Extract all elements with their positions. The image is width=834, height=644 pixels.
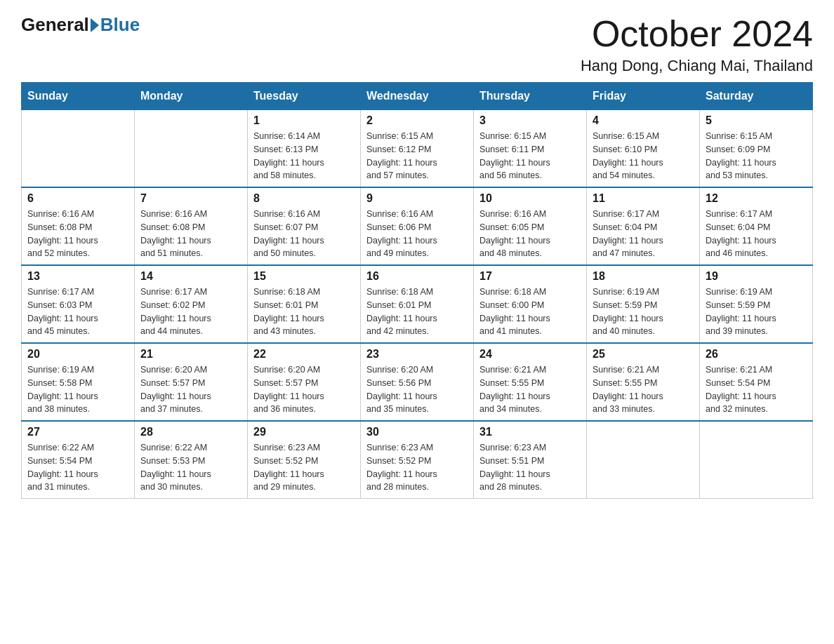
week-row-4: 20Sunrise: 6:19 AMSunset: 5:58 PMDayligh…: [22, 343, 813, 421]
day-cell: 15Sunrise: 6:18 AMSunset: 6:01 PMDayligh…: [248, 265, 361, 343]
header-wednesday: Wednesday: [361, 83, 474, 110]
day-cell: 19Sunrise: 6:19 AMSunset: 5:59 PMDayligh…: [700, 265, 813, 343]
day-info: Sunrise: 6:15 AMSunset: 6:09 PMDaylight:…: [706, 130, 807, 182]
day-info: Sunrise: 6:17 AMSunset: 6:02 PMDaylight:…: [140, 286, 241, 338]
day-cell: 29Sunrise: 6:23 AMSunset: 5:52 PMDayligh…: [248, 421, 361, 499]
day-number: 24: [479, 348, 581, 361]
day-cell: 22Sunrise: 6:20 AMSunset: 5:57 PMDayligh…: [248, 343, 361, 421]
day-info: Sunrise: 6:20 AMSunset: 5:57 PMDaylight:…: [253, 363, 355, 416]
day-number: 28: [140, 426, 241, 438]
day-cell: 21Sunrise: 6:20 AMSunset: 5:57 PMDayligh…: [135, 343, 248, 421]
day-number: 8: [253, 192, 355, 205]
week-row-2: 6Sunrise: 6:16 AMSunset: 6:08 PMDaylight…: [22, 187, 813, 265]
day-number: 16: [366, 270, 468, 283]
logo-general-text: General: [21, 14, 89, 36]
day-cell: 7Sunrise: 6:16 AMSunset: 6:08 PMDaylight…: [135, 187, 248, 265]
day-info: Sunrise: 6:16 AMSunset: 6:08 PMDaylight:…: [27, 208, 128, 260]
day-number: 9: [366, 192, 468, 205]
header-thursday: Thursday: [474, 83, 587, 110]
day-info: Sunrise: 6:16 AMSunset: 6:05 PMDaylight:…: [479, 208, 581, 260]
day-cell: 11Sunrise: 6:17 AMSunset: 6:04 PMDayligh…: [587, 187, 700, 265]
day-cell: 31Sunrise: 6:23 AMSunset: 5:51 PMDayligh…: [474, 421, 587, 499]
header-sunday: Sunday: [22, 83, 135, 110]
day-number: 26: [706, 348, 807, 361]
day-cell: 28Sunrise: 6:22 AMSunset: 5:53 PMDayligh…: [135, 421, 248, 499]
day-number: 17: [479, 270, 581, 283]
day-cell: 9Sunrise: 6:16 AMSunset: 6:06 PMDaylight…: [361, 187, 474, 265]
day-info: Sunrise: 6:18 AMSunset: 6:01 PMDaylight:…: [366, 286, 468, 338]
day-info: Sunrise: 6:22 AMSunset: 5:54 PMDaylight:…: [27, 441, 128, 494]
day-number: 14: [140, 270, 241, 283]
day-cell: [22, 110, 135, 188]
week-row-1: 1Sunrise: 6:14 AMSunset: 6:13 PMDaylight…: [22, 110, 813, 188]
day-number: 1: [253, 114, 355, 127]
day-cell: 6Sunrise: 6:16 AMSunset: 6:08 PMDaylight…: [22, 187, 135, 265]
day-cell: 23Sunrise: 6:20 AMSunset: 5:56 PMDayligh…: [361, 343, 474, 421]
day-cell: 16Sunrise: 6:18 AMSunset: 6:01 PMDayligh…: [361, 265, 474, 343]
day-cell: 30Sunrise: 6:23 AMSunset: 5:52 PMDayligh…: [361, 421, 474, 499]
calendar-table: Sunday Monday Tuesday Wednesday Thursday…: [21, 82, 813, 499]
day-info: Sunrise: 6:21 AMSunset: 5:54 PMDaylight:…: [706, 363, 807, 416]
day-cell: [135, 110, 248, 188]
day-number: 19: [706, 270, 807, 283]
page-header: General Blue October 2024 Hang Dong, Chi…: [21, 14, 813, 75]
day-info: Sunrise: 6:19 AMSunset: 5:59 PMDaylight:…: [706, 286, 807, 338]
day-info: Sunrise: 6:23 AMSunset: 5:52 PMDaylight:…: [366, 441, 468, 494]
day-number: 20: [27, 348, 128, 361]
day-info: Sunrise: 6:16 AMSunset: 6:08 PMDaylight:…: [140, 208, 241, 260]
day-info: Sunrise: 6:21 AMSunset: 5:55 PMDaylight:…: [593, 363, 694, 416]
day-info: Sunrise: 6:15 AMSunset: 6:12 PMDaylight:…: [366, 130, 468, 182]
day-number: 21: [140, 348, 241, 361]
day-info: Sunrise: 6:20 AMSunset: 5:56 PMDaylight:…: [366, 363, 468, 416]
day-number: 29: [253, 426, 355, 438]
day-cell: 3Sunrise: 6:15 AMSunset: 6:11 PMDaylight…: [474, 110, 587, 188]
logo-arrow-icon: [91, 18, 99, 32]
day-number: 6: [27, 192, 128, 205]
day-info: Sunrise: 6:18 AMSunset: 6:01 PMDaylight:…: [253, 286, 355, 338]
day-number: 31: [479, 426, 581, 438]
day-info: Sunrise: 6:23 AMSunset: 5:52 PMDaylight:…: [253, 441, 355, 494]
day-cell: 25Sunrise: 6:21 AMSunset: 5:55 PMDayligh…: [587, 343, 700, 421]
day-number: 2: [366, 114, 468, 127]
logo-blue-text: Blue: [100, 14, 140, 36]
day-info: Sunrise: 6:20 AMSunset: 5:57 PMDaylight:…: [140, 363, 241, 416]
location-subtitle: Hang Dong, Chiang Mai, Thailand: [581, 57, 813, 75]
day-number: 13: [27, 270, 128, 283]
day-number: 25: [593, 348, 694, 361]
day-number: 23: [366, 348, 468, 361]
title-area: October 2024 Hang Dong, Chiang Mai, Thai…: [581, 14, 813, 75]
day-info: Sunrise: 6:17 AMSunset: 6:04 PMDaylight:…: [706, 208, 807, 260]
day-cell: 17Sunrise: 6:18 AMSunset: 6:00 PMDayligh…: [474, 265, 587, 343]
week-row-5: 27Sunrise: 6:22 AMSunset: 5:54 PMDayligh…: [22, 421, 813, 499]
header-friday: Friday: [587, 83, 700, 110]
day-cell: 26Sunrise: 6:21 AMSunset: 5:54 PMDayligh…: [700, 343, 813, 421]
day-cell: 27Sunrise: 6:22 AMSunset: 5:54 PMDayligh…: [22, 421, 135, 499]
day-info: Sunrise: 6:14 AMSunset: 6:13 PMDaylight:…: [253, 130, 355, 182]
day-cell: 14Sunrise: 6:17 AMSunset: 6:02 PMDayligh…: [135, 265, 248, 343]
day-cell: 5Sunrise: 6:15 AMSunset: 6:09 PMDaylight…: [700, 110, 813, 188]
day-cell: 2Sunrise: 6:15 AMSunset: 6:12 PMDaylight…: [361, 110, 474, 188]
day-number: 30: [366, 426, 468, 438]
header-monday: Monday: [135, 83, 248, 110]
day-number: 7: [140, 192, 241, 205]
day-info: Sunrise: 6:15 AMSunset: 6:10 PMDaylight:…: [593, 130, 694, 182]
day-info: Sunrise: 6:15 AMSunset: 6:11 PMDaylight:…: [479, 130, 581, 182]
day-number: 22: [253, 348, 355, 361]
day-number: 4: [593, 114, 694, 127]
day-info: Sunrise: 6:21 AMSunset: 5:55 PMDaylight:…: [479, 363, 581, 416]
day-info: Sunrise: 6:19 AMSunset: 5:58 PMDaylight:…: [27, 363, 128, 416]
day-number: 18: [593, 270, 694, 283]
header-saturday: Saturday: [700, 83, 813, 110]
day-number: 11: [593, 192, 694, 205]
day-info: Sunrise: 6:19 AMSunset: 5:59 PMDaylight:…: [593, 286, 694, 338]
day-number: 10: [479, 192, 581, 205]
day-info: Sunrise: 6:22 AMSunset: 5:53 PMDaylight:…: [140, 441, 241, 494]
day-info: Sunrise: 6:17 AMSunset: 6:04 PMDaylight:…: [593, 208, 694, 260]
day-info: Sunrise: 6:16 AMSunset: 6:07 PMDaylight:…: [253, 208, 355, 260]
weekday-header-row: Sunday Monday Tuesday Wednesday Thursday…: [22, 83, 813, 110]
day-number: 27: [27, 426, 128, 438]
day-cell: 4Sunrise: 6:15 AMSunset: 6:10 PMDaylight…: [587, 110, 700, 188]
day-cell: 20Sunrise: 6:19 AMSunset: 5:58 PMDayligh…: [22, 343, 135, 421]
day-cell: 24Sunrise: 6:21 AMSunset: 5:55 PMDayligh…: [474, 343, 587, 421]
day-cell: [587, 421, 700, 499]
